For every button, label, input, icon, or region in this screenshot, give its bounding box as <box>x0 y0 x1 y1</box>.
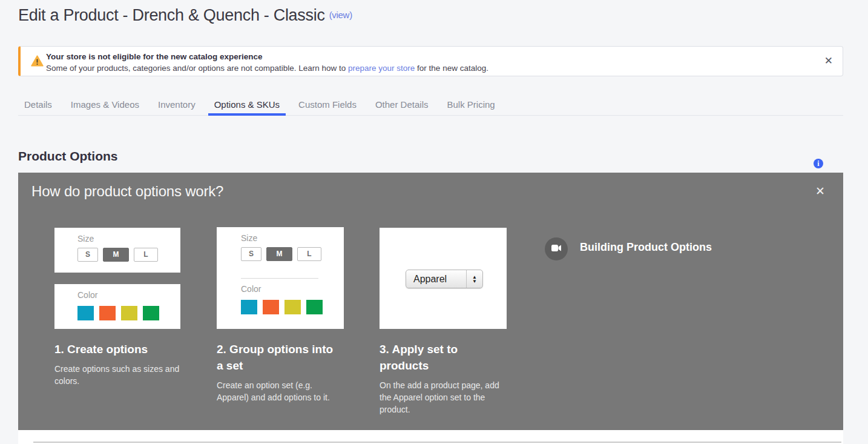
page-title: Edit a Product - Drench & Quench - Class… <box>18 6 352 25</box>
video-camera-icon <box>551 244 562 254</box>
tab-other-details[interactable]: Other Details <box>369 96 435 115</box>
size-button-row: S M L <box>77 248 163 262</box>
step-2-body: Create an option set (e.g. Apparel) and … <box>217 379 346 403</box>
step-1-heading: 1. Create options <box>54 341 186 357</box>
size-button-row: S M L <box>241 247 326 261</box>
product-tabs: Details Images & Videos Inventory Option… <box>18 96 843 116</box>
chevron-down-icon: ▼ <box>472 279 477 283</box>
color-swatch-orange[interactable] <box>99 306 116 320</box>
illustration-option-set-card: Size S M L Color <box>217 227 344 329</box>
color-swatch-row <box>241 300 328 314</box>
info-icon[interactable]: i <box>814 159 823 168</box>
color-swatch-yellow[interactable] <box>121 306 137 320</box>
banner-text: Your store is not eligible for the new c… <box>46 51 488 74</box>
size-label: Size <box>241 233 257 243</box>
size-button-m-selected[interactable]: M <box>103 248 129 262</box>
color-swatch-teal[interactable] <box>77 306 94 320</box>
tab-options-skus[interactable]: Options & SKUs <box>208 96 286 115</box>
color-swatch-orange[interactable] <box>263 300 279 314</box>
banner-close-icon[interactable]: ✕ <box>824 55 833 68</box>
color-swatch-row <box>77 306 165 320</box>
options-help-overlay: How do product options work? ✕ Size S M … <box>18 173 843 430</box>
step-3-caption: 3. Apply set to products On the add a pr… <box>380 341 509 416</box>
video-play-button[interactable] <box>545 237 568 260</box>
overlay-close-icon[interactable]: ✕ <box>815 184 825 198</box>
size-button-l[interactable]: L <box>134 248 158 262</box>
size-label: Size <box>77 234 94 244</box>
video-link-label[interactable]: Building Product Options <box>580 241 712 254</box>
card-divider <box>241 278 318 279</box>
color-swatch-green[interactable] <box>143 306 159 320</box>
step-2-heading: 2. Group options into a set <box>217 341 341 374</box>
step-1-body: Create options such as sizes and colors. <box>54 363 186 387</box>
tab-inventory[interactable]: Inventory <box>152 96 202 115</box>
size-button-l[interactable]: L <box>297 247 321 261</box>
banner-title: Your store is not eligible for the new c… <box>46 51 488 62</box>
prepare-your-store-link[interactable]: prepare your store <box>348 64 415 73</box>
catalog-warning-banner: Your store is not eligible for the new c… <box>18 46 843 76</box>
panel-divider <box>33 442 841 443</box>
step-3-body: On the add a product page, add the Appar… <box>380 379 509 416</box>
select-stepper-icon: ▲ ▼ <box>466 270 482 288</box>
color-swatch-teal[interactable] <box>241 300 257 314</box>
overlay-heading: How do product options work? <box>31 183 223 200</box>
banner-body: Some of your products, categories and/or… <box>46 62 488 74</box>
step-1-caption: 1. Create options Create options such as… <box>54 341 186 387</box>
color-label: Color <box>77 290 97 300</box>
size-button-s[interactable]: S <box>241 247 261 261</box>
illustration-size-card: Size S M L <box>54 228 180 273</box>
color-swatch-green[interactable] <box>306 300 323 314</box>
illustration-color-card: Color <box>54 284 180 329</box>
banner-body-prefix: Some of your products, categories and/or… <box>46 64 348 73</box>
warning-icon <box>31 55 44 67</box>
product-options-heading: Product Options <box>18 149 118 164</box>
view-product-link[interactable]: (view) <box>329 10 352 20</box>
illustration-apply-set-card: Apparel ▲ ▼ <box>380 228 507 329</box>
page-title-text: Edit a Product - Drench & Quench - Class… <box>18 6 325 24</box>
step-3-heading: 3. Apply set to products <box>380 341 470 374</box>
tab-bulk-pricing[interactable]: Bulk Pricing <box>441 96 501 115</box>
edit-product-page: Edit a Product - Drench & Quench - Class… <box>0 0 868 444</box>
banner-body-suffix: for the new catalog. <box>415 64 488 73</box>
color-label: Color <box>241 284 261 294</box>
step-2-caption: 2. Group options into a set Create an op… <box>217 341 346 403</box>
options-content-panel <box>18 430 843 444</box>
tab-details[interactable]: Details <box>18 96 58 115</box>
tab-images-videos[interactable]: Images & Videos <box>65 96 145 115</box>
size-button-s[interactable]: S <box>77 248 98 262</box>
tab-custom-fields[interactable]: Custom Fields <box>292 96 363 115</box>
apparel-select[interactable]: Apparel ▲ ▼ <box>406 270 483 288</box>
apparel-select-value: Apparel <box>413 270 447 288</box>
size-button-m-selected[interactable]: M <box>266 247 292 261</box>
color-swatch-yellow[interactable] <box>284 300 301 314</box>
